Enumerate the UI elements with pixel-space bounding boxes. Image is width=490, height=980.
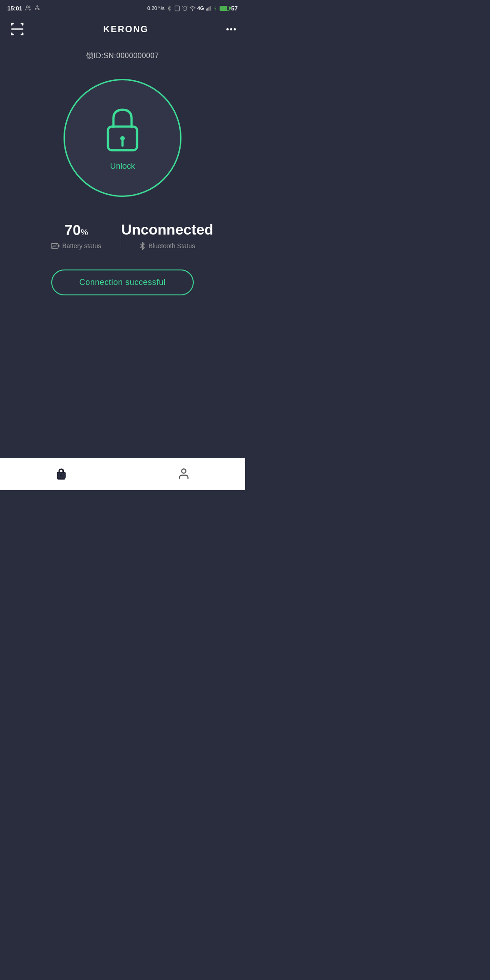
signal-strength: 4G	[197, 5, 204, 11]
svg-point-0	[26, 6, 29, 8]
battery-label-row: Battery status	[51, 242, 101, 250]
battery-fill	[220, 6, 227, 10]
unlock-label: Unlock	[110, 162, 135, 171]
battery-unit: %	[81, 228, 88, 237]
lock-icon	[100, 105, 145, 155]
app-title: KERONG	[103, 24, 149, 34]
top-bar: KERONG	[0, 16, 245, 42]
user-status-icon	[25, 5, 31, 11]
svg-point-24	[181, 469, 186, 473]
alarm-icon	[182, 5, 188, 11]
scan-icon	[9, 21, 25, 37]
svg-rect-17	[58, 245, 59, 247]
lock-id: 锁ID:SN:0000000007	[86, 51, 159, 61]
status-bar: 15:01 0.20 ᴷ/s 4G 57	[0, 0, 245, 16]
battery-label-icon	[51, 243, 59, 249]
battery-box	[220, 6, 230, 11]
bluetooth-value: Unconnected	[121, 221, 213, 238]
svg-point-4	[192, 10, 193, 10]
battery-number: 70	[64, 222, 81, 238]
network-speed: 0.20 ᴷ/s	[147, 5, 165, 11]
bluetooth-label: Bluetooth Status	[148, 242, 195, 250]
battery-label: Battery status	[62, 242, 101, 250]
bottom-nav	[0, 458, 245, 490]
battery-status-col: 70% Battery status	[32, 222, 121, 250]
wifi-icon	[190, 5, 196, 11]
main-content: 锁ID:SN:0000000007 Unlock 70%	[0, 42, 245, 458]
battery-value: 70%	[64, 222, 88, 239]
svg-rect-7	[208, 7, 209, 10]
status-row: 70% Battery status Unconnected Bluetooth…	[32, 220, 213, 251]
battery-level: 57	[231, 5, 238, 12]
dot1	[226, 28, 229, 30]
more-menu-button[interactable]	[226, 28, 236, 30]
svg-rect-5	[206, 8, 207, 10]
lock-circle-container: Unlock	[64, 79, 181, 197]
status-time: 15:01	[7, 5, 40, 12]
nav-lock-tab[interactable]	[55, 467, 68, 480]
svg-rect-6	[207, 8, 208, 10]
unlock-button[interactable]: Unlock	[64, 79, 181, 197]
nav-profile-icon	[177, 467, 190, 480]
connection-button[interactable]: Connection successful	[51, 270, 194, 295]
bluetooth-label-icon	[139, 242, 146, 250]
svg-point-23	[60, 475, 62, 476]
svg-rect-8	[210, 6, 211, 11]
nav-profile-tab[interactable]	[177, 467, 190, 480]
nav-lock-icon	[55, 467, 68, 480]
usb-icon	[34, 5, 40, 11]
bluetooth-status-col: Unconnected Bluetooth Status	[121, 221, 213, 250]
status-right-icons: 0.20 ᴷ/s 4G 57	[147, 5, 238, 12]
bluetooth-label-row: Bluetooth Status	[139, 242, 195, 250]
dot2	[230, 28, 232, 30]
bluetooth-status-icon	[167, 5, 172, 11]
tablet-icon	[174, 5, 180, 11]
scan-button[interactable]	[9, 21, 25, 37]
charging-icon	[213, 5, 218, 11]
svg-marker-9	[214, 5, 216, 11]
svg-rect-1	[175, 6, 179, 11]
time-display: 15:01	[7, 5, 22, 12]
dot3	[234, 28, 236, 30]
signal-bars	[206, 5, 211, 11]
